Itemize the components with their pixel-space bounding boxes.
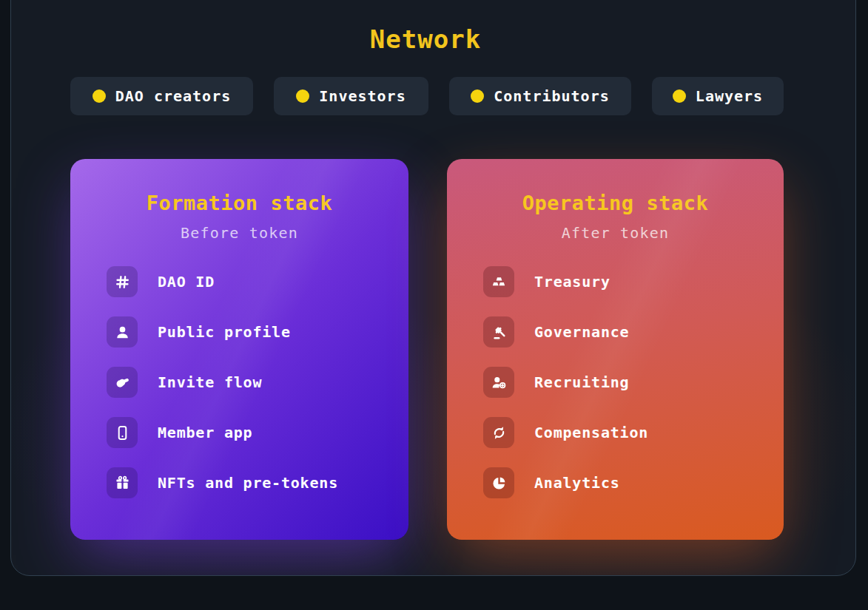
card-item: DAO ID	[107, 266, 408, 297]
card-item: Recruiting	[483, 367, 784, 398]
card-item: NFTs and pre-tokens	[107, 467, 408, 498]
gift-icon	[107, 467, 138, 498]
operating-stack-card: Operating stack After token TreasuryGove…	[447, 159, 784, 540]
card-item-label: Treasury	[534, 273, 610, 291]
audience-pill-investors[interactable]: Investors	[274, 77, 428, 115]
gavel-icon	[483, 316, 514, 348]
card-item-label: Invite flow	[158, 373, 262, 391]
status-dot-icon	[296, 89, 309, 103]
card-subtitle: Before token	[70, 224, 408, 242]
audience-pill-contributors[interactable]: Contributors	[449, 77, 631, 115]
card-item-label: Governance	[534, 323, 629, 341]
gold-bars-icon	[483, 266, 514, 297]
card-item-label: Public profile	[158, 323, 291, 341]
card-item-label: NFTs and pre-tokens	[158, 474, 338, 492]
pill-label: DAO creators	[115, 87, 232, 105]
card-item-label: DAO ID	[158, 273, 215, 291]
pill-label: Investors	[319, 87, 406, 105]
audience-pill-lawyers[interactable]: Lawyers	[652, 77, 784, 115]
audience-pill-dao-creators[interactable]: DAO creators	[70, 77, 253, 115]
smartphone-icon	[107, 417, 138, 448]
card-title: Operating stack	[447, 192, 784, 214]
card-item-label: Analytics	[534, 474, 620, 492]
pie-chart-icon	[483, 467, 514, 498]
status-dot-icon	[92, 89, 106, 103]
page-background: Network DAO creatorsInvestorsContributor…	[0, 0, 868, 610]
card-item: Public profile	[107, 316, 408, 348]
status-dot-icon	[471, 89, 484, 103]
card-item: Invite flow	[107, 367, 408, 398]
card-item: Member app	[107, 417, 408, 448]
card-item: Compensation	[483, 417, 784, 448]
card-item-label: Compensation	[534, 424, 648, 441]
hash-icon	[107, 266, 138, 297]
card-item: Analytics	[483, 467, 784, 498]
person-icon	[107, 316, 138, 348]
cards-row: Formation stack Before token DAO IDPubli…	[70, 159, 784, 540]
page-title: Network	[11, 24, 840, 54]
formation-stack-card: Formation stack Before token DAO IDPubli…	[70, 159, 408, 540]
handshake-icon	[107, 367, 138, 398]
card-item: Treasury	[483, 266, 784, 297]
person-add-icon	[483, 367, 514, 398]
card-subtitle: After token	[447, 224, 784, 242]
card-item-list: DAO IDPublic profileInvite flowMember ap…	[70, 266, 408, 498]
audience-pill-row: DAO creatorsInvestorsContributorsLawyers	[70, 77, 784, 115]
main-panel: Network DAO creatorsInvestorsContributor…	[10, 0, 856, 576]
status-dot-icon	[673, 89, 686, 103]
card-title: Formation stack	[70, 192, 408, 214]
cycle-arrows-icon	[483, 417, 514, 448]
card-item-label: Member app	[158, 424, 252, 441]
card-item: Governance	[483, 316, 784, 348]
card-item-list: TreasuryGovernanceRecruitingCompensation…	[447, 266, 784, 498]
card-item-label: Recruiting	[534, 373, 629, 391]
pill-label: Contributors	[494, 87, 610, 105]
pill-label: Lawyers	[696, 87, 763, 105]
